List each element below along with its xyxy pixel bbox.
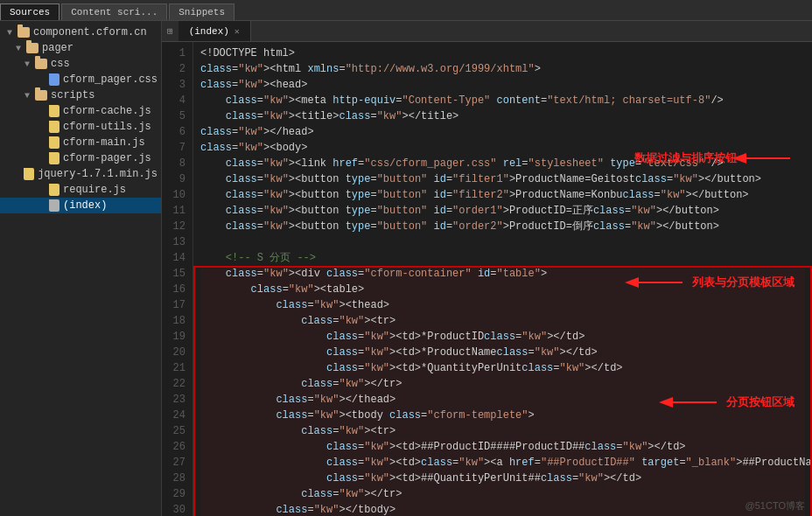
pager-label: pager bbox=[42, 42, 74, 54]
tree-root[interactable]: ▼ component.cform.cn bbox=[0, 24, 161, 40]
tree-css-folder[interactable]: ▼ css bbox=[0, 56, 161, 72]
js-file-label: cform-utils.js bbox=[63, 121, 151, 133]
tree-css-file[interactable]: cform_pager.css bbox=[0, 72, 161, 87]
js-file-icon bbox=[49, 121, 60, 133]
top-tab-bar: Sources Content scri... Snippets bbox=[0, 0, 812, 21]
root-label: component.cform.cn bbox=[33, 26, 147, 38]
tab-close-button[interactable]: ✕ bbox=[234, 26, 240, 37]
js-file-icon bbox=[49, 184, 60, 196]
tab-snippets[interactable]: Snippets bbox=[169, 3, 234, 20]
js-file-label: cform-main.js bbox=[63, 136, 145, 149]
js-file-icon bbox=[49, 105, 60, 117]
tree-pager[interactable]: ▼ pager bbox=[0, 40, 161, 56]
js-file-icon bbox=[49, 136, 60, 149]
watermark: @51CTO博客 bbox=[746, 499, 805, 513]
tree-js-file[interactable]: require.js bbox=[0, 182, 161, 198]
tree-scripts-folder[interactable]: ▼ scripts bbox=[0, 87, 161, 103]
panel-grid-icon: ⊞ bbox=[167, 25, 173, 37]
tab-index-label: (index) bbox=[189, 26, 229, 37]
js-file-icon bbox=[49, 152, 60, 164]
js-file-icon bbox=[24, 168, 34, 180]
code-editor[interactable]: 1234567891011121314151617181920212223242… bbox=[162, 42, 812, 516]
tree-index-file[interactable]: (index) bbox=[0, 198, 161, 213]
js-file-label: jquery-1.7.1.min.js bbox=[38, 168, 158, 180]
main-area: ▼ component.cform.cn ▼ pager ▼ css bbox=[0, 21, 812, 516]
index-file-label: (index) bbox=[63, 199, 107, 212]
editor-tab-bar: ⊞ (index) ✕ bbox=[162, 21, 812, 42]
tree-js-file[interactable]: jquery-1.7.1.min.js bbox=[0, 166, 161, 182]
root-arrow: ▼ bbox=[7, 28, 18, 38]
tree-js-file[interactable]: cform-pager.js bbox=[0, 150, 161, 166]
js-file-label: require.js bbox=[63, 184, 126, 196]
panel-icon: ⊞ bbox=[162, 23, 178, 39]
tree-js-file[interactable]: cform-utils.js bbox=[0, 119, 161, 135]
sidebar: ▼ component.cform.cn ▼ pager ▼ css bbox=[0, 21, 162, 516]
code-content[interactable]: <!DOCTYPE html>class="kw"><html xmlns="h… bbox=[193, 42, 812, 516]
tab-index[interactable]: (index) ✕ bbox=[178, 21, 251, 41]
scripts-arrow: ▼ bbox=[24, 91, 35, 101]
scripts-folder-icon bbox=[35, 90, 47, 101]
index-file-icon bbox=[49, 199, 60, 212]
tree-js-file[interactable]: cform-cache.js bbox=[0, 103, 161, 119]
js-file-label: cform-cache.js bbox=[63, 105, 151, 117]
line-numbers: 1234567891011121314151617181920212223242… bbox=[162, 42, 193, 516]
scripts-folder-label: scripts bbox=[51, 89, 94, 101]
editor-area: ⊞ (index) ✕ 1234567891011121314151617181… bbox=[162, 21, 812, 516]
js-file-label: cform-pager.js bbox=[63, 152, 151, 164]
css-file-label: cform_pager.css bbox=[63, 73, 158, 86]
tab-content-scripts[interactable]: Content scri... bbox=[61, 3, 167, 20]
tree-js-file[interactable]: cform-main.js bbox=[0, 135, 161, 150]
css-folder-icon bbox=[35, 59, 47, 69]
pager-arrow: ▼ bbox=[16, 44, 26, 53]
pager-folder-icon bbox=[26, 43, 38, 53]
tab-sources[interactable]: Sources bbox=[0, 3, 60, 20]
css-folder-label: css bbox=[51, 58, 70, 70]
root-folder-icon bbox=[18, 27, 30, 38]
css-arrow: ▼ bbox=[24, 59, 35, 69]
css-file-icon bbox=[49, 73, 60, 86]
js-files-list: cform-cache.js cform-utils.js cform-main… bbox=[0, 103, 161, 198]
